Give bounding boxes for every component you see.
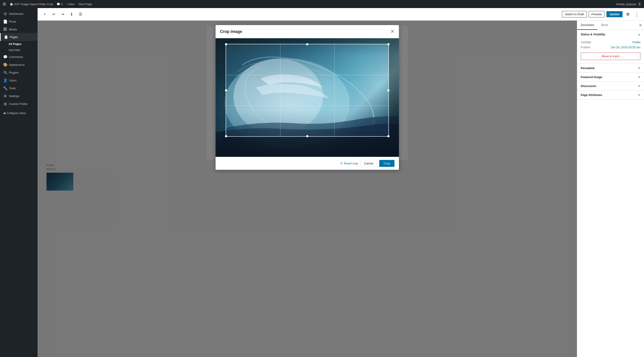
list-icon: ☰ [79,12,82,16]
admin-bar-user[interactable]: Howdy, joppuyo 👤 [616,2,641,6]
wave-image [216,38,399,157]
sidebar: ⊟ Dashboard 📄 Posts 🖼 Media 📋 Pages All … [0,8,38,357]
panel-discussion-header[interactable]: Discussion ▼ [577,82,644,90]
sidebar-collapse-button[interactable]: ◀ Collapse menu [0,110,38,116]
panel-status-visibility-body: Visibility Public Publish Jun 24, 2019 1… [577,39,644,64]
modal-overlay[interactable]: Crop image ✕ [38,20,577,357]
publish-row: Publish Jun 24, 2019 10:35 am [581,46,640,49]
sidebar-item-plugins[interactable]: 🔌 Plugins [0,69,38,76]
posts-icon: 📄 [3,20,7,24]
admin-bar-view-page[interactable]: View Page [78,2,92,6]
add-block-button[interactable]: ＋ [41,11,48,18]
crop-handle-bottom-center[interactable] [306,135,308,137]
redo-icon: ↪ [61,12,64,16]
info-button[interactable]: ℹ [68,11,75,18]
sidebar-item-posts[interactable]: 📄 Posts [0,18,38,26]
sidebar-subitem-add-new[interactable]: Add New [0,47,38,53]
sidebar-item-tools[interactable]: 🔧 Tools [0,84,38,92]
home-icon: 🏠 [10,2,13,6]
crop-handle-bottom-right[interactable] [387,135,390,137]
modal-title: Crop image [220,29,242,34]
main-layout: ⊟ Dashboard 📄 Posts 🖼 Media 📋 Pages All … [0,8,644,357]
info-icon: ℹ [71,12,72,16]
dashboard-icon: ⊟ [3,12,7,16]
admin-bar-comments[interactable]: 💬 0 [56,2,62,6]
crop-handle-top-center[interactable] [306,43,308,46]
sidebar-item-media[interactable]: 🖼 Media [0,26,38,33]
sidebar-item-appearance[interactable]: 🎨 Appearance [0,61,38,69]
move-to-trash-button[interactable]: Move to trash [581,52,640,60]
modal-footer: ↺ Reset crop Cancel Crop [216,157,399,170]
right-sidebar: Document Block ✕ Status & Visibility ▲ V… [577,20,644,357]
panel-featured-image-header[interactable]: Featured Image ▼ [577,73,644,82]
admin-bar: ⊞ 🏠 ACF Image Aspect Ratio Crop 💬 0 + Ne… [0,0,644,8]
settings-panel-button[interactable]: ⚙ [624,11,632,18]
media-icon: 🖼 [3,27,7,31]
panel-permalink: Permalink ▼ [577,64,644,73]
sidebar-item-comments[interactable]: 💬 Comments [0,53,38,61]
sidebar-item-pages[interactable]: 📋 Pages [0,33,38,41]
crop-handle-middle-left[interactable] [225,89,227,92]
sidebar-item-users[interactable]: 👤 Users [0,76,38,84]
chevron-down-icon-page-attr: ▼ [638,94,640,97]
crop-gridline-h2 [226,106,388,106]
wp-logo-icon[interactable]: ⊞ [3,2,6,6]
switch-to-draft-button[interactable]: Switch to Draft [562,11,587,18]
publish-value[interactable]: Jun 24, 2019 10:35 am [611,46,640,49]
chevron-down-icon-featured: ▼ [638,76,640,79]
modal-close-button[interactable]: ✕ [390,29,394,34]
collapse-icon: ◀ [3,112,5,115]
more-options-button[interactable]: ⋮ [633,11,640,18]
cancel-button[interactable]: Cancel [360,160,377,167]
users-icon: 👤 [3,78,7,82]
reset-crop-button[interactable]: ↺ Reset crop [340,162,358,165]
appearance-icon: 🎨 [3,63,7,67]
admin-bar-new[interactable]: + New [66,2,74,6]
block-navigation-button[interactable]: ☰ [77,11,84,18]
panel-status-visibility-header[interactable]: Status & Visibility ▲ [577,30,644,39]
admin-bar-site-name[interactable]: 🏠 ACF Image Aspect Ratio Crop [10,2,53,6]
settings-icon: ⚙ [3,94,7,98]
editor-canvas[interactable]: Page Image Crop image ✕ [38,20,577,357]
visibility-value[interactable]: Public [632,40,640,44]
chevron-down-icon-discussion: ▼ [638,84,640,88]
comments-sidebar-icon: 💬 [3,55,7,59]
crop-outside-right [389,44,399,137]
sidebar-item-custom-fields[interactable]: ⊞ Custom Fields [0,100,38,108]
user-avatar-icon: 👤 [638,2,641,6]
sidebar-close-button[interactable]: ✕ [637,22,644,29]
crop-handle-bottom-left[interactable] [225,135,227,137]
tab-block[interactable]: Block [598,20,612,30]
preview-button[interactable]: Preview [588,11,605,18]
crop-gridline-h1 [226,75,388,75]
content-area: Page Image Crop image ✕ [38,20,644,357]
tools-icon: 🔧 [3,86,7,90]
crop-handle-top-right[interactable] [387,43,390,46]
visibility-row: Visibility Public [581,40,640,44]
pages-icon: 📋 [4,35,8,39]
tab-document[interactable]: Document [577,20,598,30]
sidebar-tabs: Document Block ✕ [577,20,644,30]
sidebar-item-settings[interactable]: ⚙ Settings [0,92,38,100]
redo-button[interactable]: ↪ [59,11,66,18]
undo-button[interactable]: ↩ [50,11,57,18]
crop-button[interactable]: Crop [379,160,394,167]
modal-header: Crop image ✕ [216,25,399,38]
vertical-dots-icon: ⋮ [634,12,639,17]
panel-page-attributes-header[interactable]: Page Attributes ▼ [577,90,644,99]
crop-handle-middle-right[interactable] [387,89,390,92]
crop-outside-bottom [216,137,399,157]
panel-discussion: Discussion ▼ [577,82,644,90]
panel-permalink-header[interactable]: Permalink ▼ [577,64,644,72]
modal-body [216,38,399,157]
crop-selection[interactable] [226,44,389,137]
crop-handle-top-left[interactable] [225,43,227,46]
undo-icon: ↩ [52,12,55,16]
add-icon: ＋ [43,12,46,16]
sidebar-item-dashboard[interactable]: ⊟ Dashboard [0,10,38,18]
custom-fields-icon: ⊞ [3,102,7,106]
update-button[interactable]: Update [606,11,622,17]
crop-image-modal: Crop image ✕ [216,25,399,170]
sidebar-subitem-all-pages[interactable]: All Pages [0,41,38,47]
panel-status-visibility: Status & Visibility ▲ Visibility Public … [577,30,644,64]
